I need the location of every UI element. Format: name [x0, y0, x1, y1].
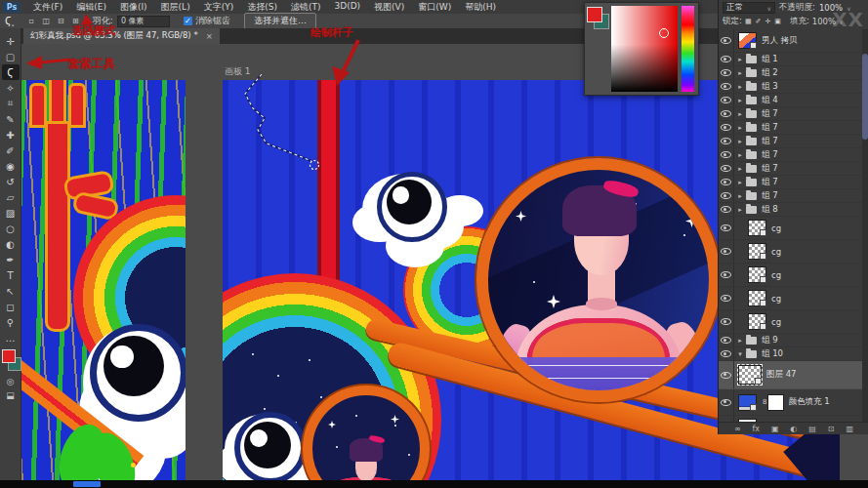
menu-item[interactable]: 帮助(H)	[458, 1, 503, 14]
layer-row[interactable]: 8 cg	[719, 240, 862, 264]
lock-button[interactable]: ✛	[765, 18, 770, 25]
layer-row[interactable]: 8 组 7	[719, 176, 862, 189]
layer-name[interactable]: 图层 47	[766, 369, 797, 381]
current-tool-icon[interactable]: Ϛ˯	[5, 16, 15, 26]
layers-action-icon[interactable]: ⊡	[828, 425, 835, 433]
saturation-brightness-field[interactable]	[611, 6, 678, 92]
layer-thumbnail[interactable]	[748, 290, 766, 306]
layer-row[interactable]: 8 组 10	[719, 347, 862, 361]
history-brush-tool[interactable]: ↺	[2, 174, 20, 189]
feather-input[interactable]: 0 像素	[117, 16, 170, 27]
visibility-toggle[interactable]	[719, 135, 734, 147]
selection-mode-button[interactable]: ◫	[40, 16, 53, 26]
menu-item[interactable]: 选择(S)	[240, 1, 284, 14]
lock-button[interactable]: ▣	[774, 18, 781, 25]
layer-row[interactable]: 8 颜色填充 1	[719, 389, 862, 416]
layer-thumbnail[interactable]	[738, 32, 757, 49]
layer-name[interactable]: 组 7	[762, 136, 778, 147]
layer-row[interactable]: 8 组 2	[719, 66, 862, 80]
visibility-toggle[interactable]	[719, 389, 734, 415]
menu-item[interactable]: 视图(V)	[367, 1, 411, 14]
visibility-toggle[interactable]	[719, 66, 734, 79]
layer-name[interactable]: 组 9	[762, 335, 778, 346]
expand-chevron-icon[interactable]	[734, 179, 746, 186]
dodge-tool[interactable]: ◐	[2, 236, 20, 252]
layers-action-icon[interactable]: ▤	[808, 425, 816, 433]
layer-mask-thumbnail[interactable]	[767, 394, 784, 411]
expand-chevron-icon[interactable]	[734, 192, 746, 200]
expand-chevron-icon[interactable]	[734, 165, 746, 173]
menu-item[interactable]: 3D(D)	[327, 1, 367, 14]
healing-brush-tool[interactable]: ✚	[2, 127, 20, 142]
visibility-toggle[interactable]	[719, 287, 734, 309]
zoom-tool[interactable]: ⚲	[2, 314, 20, 330]
path-selection-tool[interactable]: ↖	[2, 283, 20, 299]
layer-row[interactable]: 8 组 7	[719, 121, 862, 135]
expand-chevron-icon[interactable]	[734, 110, 746, 118]
brush-tool[interactable]: ✐	[2, 142, 20, 158]
visibility-toggle[interactable]	[719, 94, 734, 106]
quick-mask-button[interactable]: ◎	[2, 375, 20, 388]
layer-row[interactable]: 8 组 9	[719, 334, 862, 347]
layer-row[interactable]: 8 组 7	[719, 107, 862, 121]
layer-name[interactable]: 颜色填充 1	[788, 396, 829, 408]
visibility-toggle[interactable]	[719, 217, 734, 239]
layers-action-icon[interactable]: ◐	[790, 425, 797, 433]
color-swatches[interactable]	[1, 349, 21, 375]
expand-chevron-icon[interactable]	[734, 124, 746, 132]
menu-item[interactable]: 窗口(W)	[411, 1, 458, 14]
eraser-tool[interactable]: ▱	[2, 189, 20, 205]
layer-name[interactable]: 组 4	[762, 95, 778, 106]
visibility-toggle[interactable]	[719, 264, 734, 286]
crop-tool[interactable]: ⌗	[2, 96, 20, 111]
layer-name[interactable]: 组 7	[762, 149, 778, 161]
clone-stamp-tool[interactable]: ◉	[2, 158, 20, 174]
gradient-tool[interactable]: ▨	[2, 205, 20, 221]
layer-name[interactable]: 组 3	[762, 81, 778, 93]
menu-item[interactable]: 滤镜(T)	[284, 1, 328, 14]
blur-tool[interactable]: ○	[2, 221, 20, 236]
menu-item[interactable]: 图像(I)	[113, 1, 154, 14]
layer-name[interactable]: cg	[771, 270, 781, 280]
antialias-checkbox[interactable]: ✓	[184, 17, 192, 25]
visibility-toggle[interactable]	[719, 334, 734, 346]
layer-name[interactable]: cg	[771, 247, 781, 257]
layer-name[interactable]: 组 1	[762, 54, 778, 65]
visibility-toggle[interactable]	[719, 361, 734, 388]
visibility-toggle[interactable]	[719, 148, 734, 161]
layer-name[interactable]: cg	[771, 294, 781, 304]
left-artwork[interactable]	[21, 80, 186, 480]
lasso-tool[interactable]: Ϛ	[2, 64, 20, 80]
layer-thumbnail[interactable]	[738, 365, 762, 385]
layer-thumbnail[interactable]	[748, 313, 766, 330]
visibility-toggle[interactable]	[719, 53, 734, 65]
eyedropper-tool[interactable]: ✎	[2, 111, 20, 127]
layer-row[interactable]: 8 组 7	[719, 148, 862, 162]
expand-chevron-icon[interactable]	[734, 138, 746, 145]
layer-thumbnail[interactable]	[748, 266, 766, 283]
layer-row[interactable]: 8 cg	[719, 287, 862, 310]
quick-selection-tool[interactable]: ✧	[2, 80, 20, 96]
expand-chevron-icon[interactable]	[734, 69, 746, 77]
menu-item[interactable]: 编辑(E)	[69, 1, 113, 14]
edit-toolbar[interactable]: …	[2, 330, 20, 346]
layer-row[interactable]: 8 组 4	[719, 94, 862, 107]
layer-row[interactable]: 8 组 7	[719, 162, 862, 176]
visibility-toggle[interactable]	[719, 203, 734, 216]
select-and-mask-button[interactable]: 选择并遮住…	[244, 13, 316, 29]
document-tab[interactable]: 幻彩真我.psd @ 63.3% (图层 47, RGB/8) * ×	[23, 28, 220, 44]
visibility-toggle[interactable]	[719, 310, 734, 333]
marquee-tool[interactable]: ▢	[2, 49, 20, 64]
visibility-toggle[interactable]	[719, 80, 734, 93]
layer-thumbnail[interactable]	[748, 220, 766, 236]
layer-thumbnail[interactable]	[748, 243, 766, 260]
layer-name[interactable]: 组 7	[762, 122, 778, 134]
layer-name[interactable]: 组 7	[762, 190, 778, 202]
blend-mode-select[interactable]: 正常 ∨	[723, 2, 775, 14]
close-tab-icon[interactable]: ×	[206, 31, 213, 41]
artboard-label[interactable]: 画板 1	[225, 65, 251, 78]
layer-row[interactable]: 8 cg	[719, 310, 862, 334]
expand-chevron-icon[interactable]	[734, 206, 746, 214]
layer-name[interactable]: 男人 拷贝	[762, 35, 798, 47]
layer-row[interactable]: 8 图层 47	[719, 361, 862, 389]
